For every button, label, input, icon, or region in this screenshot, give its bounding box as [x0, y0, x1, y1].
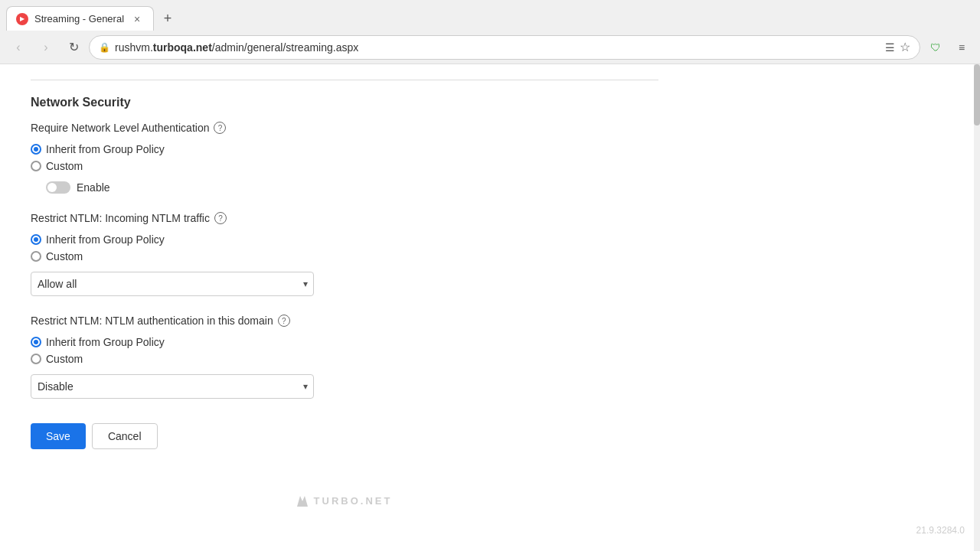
page-content: Network Security Require Network Level A…	[0, 64, 980, 551]
tab-close-button[interactable]: ×	[130, 12, 144, 26]
nla-radio-inherit[interactable]: Inherit from Group Policy	[31, 143, 658, 155]
forward-button[interactable]: ›	[34, 35, 58, 60]
save-button[interactable]: Save	[31, 423, 86, 449]
nla-radio-custom-label: Custom	[46, 160, 83, 172]
ntlm-domain-radio-custom-label: Custom	[46, 353, 83, 365]
ntlm-incoming-radio-inherit-circle	[31, 234, 41, 245]
new-tab-button[interactable]: +	[157, 8, 178, 29]
address-text: rushvm.turboqa.net/admin/general/streami…	[115, 41, 880, 54]
ntlm-incoming-radio-group: Inherit from Group Policy Custom	[31, 233, 658, 262]
shield-toolbar-icon[interactable]: 🛡	[923, 35, 948, 60]
address-prefix: rushvm.	[115, 41, 153, 54]
ntlm-incoming-radio-custom[interactable]: Custom	[31, 250, 658, 262]
top-divider	[31, 80, 658, 80]
ntlm-incoming-radio-custom-circle	[31, 251, 41, 262]
ntlm-incoming-field-block: Restrict NTLM: Incoming NTLM traffic ? I…	[31, 212, 658, 296]
ntlm-incoming-radio-custom-label: Custom	[46, 250, 83, 262]
ntlm-domain-radio-inherit-label: Inherit from Group Policy	[46, 336, 165, 348]
tab-favicon	[16, 13, 28, 25]
ntlm-domain-radio-inherit-circle	[31, 337, 41, 347]
ntlm-domain-radio-custom-circle	[31, 354, 41, 364]
browser-tab[interactable]: Streaming - General ×	[6, 6, 154, 31]
ntlm-domain-radio-group: Inherit from Group Policy Custom	[31, 336, 658, 365]
turbonet-logo-icon	[297, 496, 308, 507]
address-domain: turboqa.net	[153, 41, 212, 54]
scrollbar-track[interactable]	[974, 64, 980, 551]
menu-button[interactable]: ≡	[949, 35, 974, 60]
ntlm-domain-radio-inherit[interactable]: Inherit from Group Policy	[31, 336, 658, 348]
reader-icon[interactable]: ☰	[885, 41, 895, 54]
address-bar[interactable]: 🔒 rushvm.turboqa.net/admin/general/strea…	[89, 35, 920, 60]
ntlm-incoming-label: Restrict NTLM: Incoming NTLM traffic ?	[31, 212, 658, 224]
nla-label: Require Network Level Authentication ?	[31, 122, 658, 134]
footer: TURBO.NET	[31, 495, 658, 507]
bookmark-icon[interactable]: ☆	[900, 40, 910, 54]
ntlm-incoming-dropdown[interactable]: Allow all Deny all domain accounts Deny …	[31, 272, 314, 296]
svg-marker-0	[297, 496, 308, 507]
ntlm-incoming-radio-inherit[interactable]: Inherit from Group Policy	[31, 233, 658, 246]
cancel-button[interactable]: Cancel	[92, 423, 158, 449]
back-button[interactable]: ‹	[6, 35, 31, 60]
ntlm-domain-label: Restrict NTLM: NTLM authentication in th…	[31, 315, 658, 327]
nla-radio-inherit-circle	[31, 144, 41, 155]
nla-toggle-row: Enable	[46, 181, 658, 194]
section-title: Network Security	[31, 96, 658, 109]
address-path: /admin/general/streaming.aspx	[212, 41, 358, 54]
nla-radio-custom-circle	[31, 161, 41, 171]
nla-radio-group: Inherit from Group Policy Custom	[31, 143, 658, 172]
shield-icon: 🔒	[99, 42, 110, 53]
ntlm-domain-dropdown[interactable]: Disable Deny for domain accounts to doma…	[31, 374, 314, 399]
ntlm-incoming-select-wrapper: Allow all Deny all domain accounts Deny …	[31, 272, 314, 296]
nla-help-icon[interactable]: ?	[214, 122, 226, 134]
tab-title: Streaming - General	[34, 13, 124, 24]
ntlm-domain-field-block: Restrict NTLM: NTLM authentication in th…	[31, 315, 658, 399]
nla-radio-custom[interactable]: Custom	[31, 160, 658, 172]
footer-brand: TURBO.NET	[314, 495, 393, 507]
refresh-button[interactable]: ↻	[61, 35, 86, 60]
ntlm-incoming-help-icon[interactable]: ?	[214, 212, 227, 224]
button-row: Save Cancel	[31, 423, 658, 449]
ntlm-incoming-radio-inherit-label: Inherit from Group Policy	[46, 233, 165, 246]
nla-radio-inherit-label: Inherit from Group Policy	[46, 143, 165, 155]
ntlm-domain-help-icon[interactable]: ?	[278, 315, 290, 327]
nla-field-block: Require Network Level Authentication ? I…	[31, 122, 658, 194]
scrollbar-thumb[interactable]	[974, 64, 980, 126]
browser-toolbar: ‹ › ↻ 🔒 rushvm.turboqa.net/admin/general…	[0, 31, 980, 64]
version-text: 21.9.3284.0	[916, 525, 965, 536]
nla-enable-label: Enable	[77, 181, 110, 194]
ntlm-domain-select-wrapper: Disable Deny for domain accounts to doma…	[31, 374, 314, 399]
nla-enable-toggle[interactable]	[46, 181, 70, 194]
ntlm-domain-radio-custom[interactable]: Custom	[31, 353, 658, 365]
